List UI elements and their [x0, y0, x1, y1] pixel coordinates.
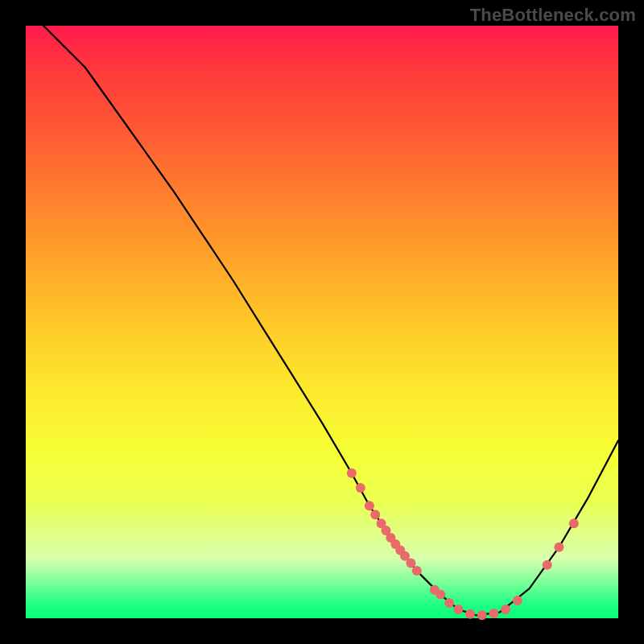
data-marker: [356, 483, 365, 493]
marker-group: [347, 469, 579, 621]
data-marker: [444, 598, 454, 608]
data-marker: [365, 501, 374, 510]
data-marker: [465, 609, 475, 619]
bottleneck-curve: [43, 26, 618, 615]
bottleneck-chart: [26, 26, 618, 618]
data-marker: [513, 596, 522, 605]
data-marker: [370, 510, 380, 519]
data-marker: [436, 590, 445, 600]
data-marker: [501, 605, 510, 614]
data-marker: [477, 610, 487, 620]
data-marker: [554, 543, 564, 552]
data-marker: [569, 518, 579, 528]
data-marker: [543, 560, 552, 570]
data-marker: [453, 605, 463, 614]
data-marker: [412, 566, 422, 576]
data-marker: [406, 559, 415, 568]
chart-frame: [26, 26, 618, 618]
data-marker: [489, 609, 498, 618]
data-marker: [347, 469, 357, 478]
watermark-label: TheBottleneck.com: [470, 5, 636, 26]
